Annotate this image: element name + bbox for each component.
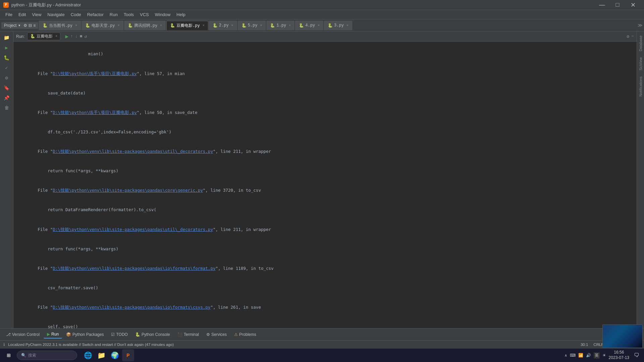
traceback-link[interactable]: D:\技能\python\venv\lib\site-packages\pand… [53,149,213,154]
sidebar-project-icon[interactable]: 📁 [1,33,12,42]
tab-close-icon[interactable]: × [160,24,162,27]
menu-window[interactable]: Window [152,11,173,18]
traceback-link[interactable]: D:\技能\python\练手\项目\豆瓣电影.py [53,71,137,76]
run-minimize-icon[interactable]: − [631,34,634,39]
traceback-link[interactable]: D:\技能\python\venv\lib\site-packages\pand… [53,266,215,271]
tab-icon: 🐍 [299,23,304,28]
system-tray: ∧ ⌨ 📶 🔊 英 ☀ 16:56 2023-07-13 🗨 [565,350,641,360]
tab-terminal[interactable]: ⬛ Terminal [174,331,202,338]
thumbnail-image [603,325,642,348]
tab-close-icon[interactable]: × [118,24,120,27]
status-notification-text: Localized PyCharm 2022.3.1 is available … [8,343,174,347]
sidebar-debug-icon[interactable]: 🐛 [1,53,12,62]
minimize-button[interactable]: — [594,0,610,10]
tab-douban[interactable]: 🐍 豆瓣电影.py × [166,21,208,30]
terminal-icon: ⬛ [177,332,182,337]
taskbar-app-pycharm[interactable]: P [122,349,134,361]
project-button[interactable]: Project ▼ ⚙ ⊟ ≡ [1,22,38,29]
run-stop-icon[interactable]: ■ [80,34,83,39]
sidebar-settings-icon[interactable]: ⚙ [1,73,12,82]
tab-python-packages[interactable]: 📦 Python Packages [63,331,107,338]
menu-run[interactable]: Run [107,11,120,18]
tab-5py[interactable]: 🐍 5.py × [238,21,266,30]
run-scroll-down-icon[interactable]: ↓ [75,34,78,39]
database-panel-label[interactable]: Database [638,33,643,54]
sidebar-commit-icon[interactable]: ✓ [1,63,12,72]
project-dropdown-icon: ▼ [18,24,21,27]
tab-close-icon[interactable]: × [231,24,233,27]
run-tab-douban[interactable]: 🐍 豆瓣电影 × [27,33,60,40]
sidebar-run-icon[interactable]: ▶ [1,43,12,52]
tab-version-control[interactable]: ⎇ Version Control [3,331,43,338]
menu-code[interactable]: Code [68,11,84,18]
tab-close-icon[interactable]: × [289,24,291,27]
menu-help[interactable]: Help [174,11,188,18]
tab-icon: 🐍 [170,23,175,28]
taskbar: ⊞ 🔍 搜索 🌐 📁 🌍 P ∧ ⌨ 📶 🔊 英 ☀ 16:56 2023-07… [0,349,644,362]
output-line: mian() [17,44,633,64]
run-rerun-icon[interactable]: ↺ [84,34,87,39]
tab-services[interactable]: ⚙ Services [203,331,230,338]
taskbar-app-explorer[interactable]: 📁 [95,349,107,361]
tab-todo[interactable]: ☑ TODO [108,331,131,338]
tray-chevron-icon[interactable]: ∧ [565,353,567,358]
traceback-link[interactable]: D:\技能\python\venv\lib\site-packages\pand… [53,305,210,310]
menu-file[interactable]: File [3,11,15,18]
taskbar-app-chrome[interactable]: 🌍 [109,349,121,361]
tab-dianying-tiantang[interactable]: 🐍 电影天堂.py × [82,21,123,30]
tab-close-icon[interactable]: × [260,24,262,27]
tab-1py[interactable]: 🐍 1.py × [266,21,294,30]
output-line: File "D:\技能\python\venv\lib\site-package… [17,181,633,200]
tray-cn-icon[interactable]: 英 [594,352,600,359]
run-icon: ▶ [47,332,50,337]
output-line: File "D:\技能\python\venv\lib\site-package… [17,220,633,239]
sidebar-pin-icon[interactable]: 📌 [1,93,12,103]
notifications-panel-label[interactable]: Notifications [638,74,643,99]
menu-refactor[interactable]: Refactor [85,11,106,18]
cursor-position[interactable]: 30:1 [581,343,588,347]
tab-problems[interactable]: ⚠ Problems [231,331,260,338]
tab-close-icon[interactable]: × [75,24,77,27]
run-settings-icon[interactable]: ⚙ [627,34,629,39]
run-scroll-up-icon[interactable]: ↑ [70,34,73,39]
traceback-link[interactable]: D:\技能\python\练手\项目\豆瓣电影.py [53,110,137,115]
traceback-link[interactable]: D:\技能\python\venv\lib\site-packages\pand… [53,188,203,193]
tab-2py[interactable]: 🐍 2.py × [209,21,237,30]
menu-view[interactable]: View [29,11,44,18]
more-tabs-icon[interactable]: ≫ [638,22,643,28]
menu-navigate[interactable]: Navigate [45,11,67,18]
sidebar-bookmark-icon[interactable]: 🔖 [1,83,12,93]
python-packages-icon: 📦 [66,332,71,337]
desktop-thumbnail [602,324,643,348]
close-button[interactable]: ✕ [625,0,641,10]
menu-tools[interactable]: Tools [121,11,137,18]
traceback-link[interactable]: D:\技能\python\venv\lib\site-packages\pand… [53,227,213,232]
services-icon: ⚙ [206,332,210,337]
output-line: df.to_csv('./123.csv',index=False,encodi… [17,122,633,142]
line-ending[interactable]: CRLF [593,343,603,347]
tab-tencent[interactable]: 🐍 腾讯招聘.py × [124,21,166,30]
tab-close-icon[interactable]: × [318,24,320,27]
tab-close-icon[interactable]: × [203,24,205,27]
tab-close-icon[interactable]: × [346,24,348,27]
run-play-icon[interactable]: ▶ [65,33,68,40]
tab-label: 电影天堂.py [92,23,115,28]
tab-label: 当当图书.py [49,23,72,28]
tab-python-console[interactable]: 🐍 Python Console [132,331,173,338]
notification-center-icon[interactable]: 🗨 [632,351,641,360]
clock[interactable]: 16:56 2023-07-13 [609,350,629,360]
run-tab-close-icon[interactable]: × [55,35,57,38]
tab-4py[interactable]: 🐍 4.py × [295,21,323,30]
menu-vcs[interactable]: VCS [137,11,152,18]
taskbar-search[interactable]: 🔍 搜索 [17,351,77,360]
tab-dangdang[interactable]: 🐍 当当图书.py × [39,21,81,30]
tab-run[interactable]: ▶ Run [44,330,62,339]
taskbar-app-edge[interactable]: 🌐 [82,349,94,361]
tab-3py[interactable]: 🐍 3.py × [324,21,352,30]
sciview-panel-label[interactable]: SciView [638,55,643,73]
project-add-icon: ⊟ [29,23,32,28]
sidebar-trash-icon[interactable]: 🗑 [1,103,12,113]
start-button[interactable]: ⊞ [3,349,15,361]
menu-edit[interactable]: Edit [16,11,29,18]
maximize-button[interactable]: □ [610,0,625,10]
